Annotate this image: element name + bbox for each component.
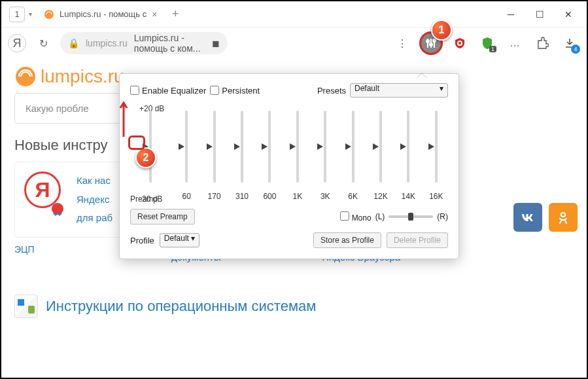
- chevron-down-icon[interactable]: ▾: [29, 10, 32, 18]
- thumb-60[interactable]: [178, 143, 186, 151]
- protect-icon[interactable]: 1: [477, 33, 498, 54]
- heading-os-text: Инструкции по операционным системам: [46, 298, 316, 315]
- freq-600: 600: [263, 192, 276, 201]
- slider-170[interactable]: [213, 111, 216, 183]
- social-buttons: [513, 203, 578, 232]
- mono-label: Mono: [352, 213, 372, 223]
- freq-6k: 6K: [348, 192, 358, 201]
- slider-16k[interactable]: [435, 111, 438, 183]
- balance-thumb[interactable]: [408, 213, 413, 221]
- equalizer-extension-button[interactable]: 1: [419, 31, 443, 55]
- preamp-column: +20 dB 2 -20 dB Preamp: [130, 104, 171, 204]
- medal-icon: [52, 203, 63, 215]
- svg-point-6: [433, 39, 436, 42]
- shield-badge: 1: [489, 46, 496, 52]
- freq-12k: 12K: [373, 192, 387, 201]
- address-bar[interactable]: 🔒 lumpics.ru Lumpics.ru - помощь с ком..…: [60, 32, 228, 54]
- preamp-slider[interactable]: [149, 111, 152, 183]
- callout-2: 2: [135, 147, 156, 168]
- slider-6k[interactable]: [352, 111, 355, 183]
- equalizer-popup: Enable Equalizer Persistent Presets Defa…: [119, 73, 459, 259]
- presets-select[interactable]: Default▾: [350, 83, 448, 98]
- maximize-button[interactable]: ☐: [525, 5, 554, 24]
- link-ecp[interactable]: ЭЦП: [14, 244, 34, 255]
- slider-1k[interactable]: [296, 111, 299, 183]
- enable-equalizer-label: Enable Equalizer: [142, 86, 206, 96]
- eq-sliders: +20 dB 2 -20 dB Preamp 60 170 310 600 1K…: [130, 104, 448, 204]
- svg-point-8: [458, 42, 461, 45]
- minimize-button[interactable]: ─: [496, 5, 525, 24]
- browser-tab[interactable]: Lumpics.ru - помощь с ×: [37, 4, 164, 25]
- url-page-title: Lumpics.ru - помощь с ком...: [134, 33, 205, 54]
- band-16k: 16K: [424, 104, 448, 204]
- slider-600[interactable]: [268, 111, 271, 183]
- band-12k: 12K: [369, 104, 392, 204]
- lock-icon: 🔒: [68, 38, 79, 48]
- menu-vdots-icon[interactable]: ⋮: [392, 33, 413, 54]
- slider-12k[interactable]: [379, 111, 382, 183]
- reload-icon[interactable]: ↻: [33, 33, 54, 54]
- persistent-label: Persistent: [222, 86, 260, 96]
- close-icon[interactable]: ×: [152, 9, 157, 20]
- preamp-highlight: [128, 135, 145, 150]
- band-60: 60: [175, 104, 198, 204]
- thumb-16k[interactable]: [428, 143, 436, 151]
- slider-14k[interactable]: [407, 111, 409, 183]
- article-lines: Как нас Яндекс для раб: [77, 171, 112, 228]
- profile-select[interactable]: Default ▾: [160, 233, 199, 247]
- vk-button[interactable]: [513, 203, 542, 232]
- thumb-170[interactable]: [206, 143, 214, 151]
- slider-60[interactable]: [185, 111, 188, 183]
- balance-R: (R): [437, 212, 448, 221]
- downloads-badge: 4: [571, 45, 580, 54]
- svg-point-10: [561, 213, 565, 217]
- titlebar: 1 ▾ Lumpics.ru - помощь с × + ─ ☐ ✕: [1, 1, 587, 27]
- close-window-button[interactable]: ✕: [554, 5, 583, 24]
- band-6k: 6K: [341, 104, 364, 204]
- slider-310[interactable]: [241, 111, 243, 183]
- presets-value: Default: [355, 84, 379, 93]
- db-bot-label: -20 dB: [139, 194, 162, 204]
- enable-equalizer-checkbox[interactable]: Enable Equalizer: [130, 86, 206, 96]
- mono-checkbox[interactable]: Mono: [340, 211, 371, 223]
- url-domain: lumpics.ru: [86, 38, 128, 48]
- store-profile-button[interactable]: Store as Profile: [313, 232, 381, 248]
- heading-os[interactable]: Инструкции по операционным системам: [14, 295, 574, 318]
- slider-3k[interactable]: [324, 111, 326, 183]
- os-icon: [14, 295, 38, 318]
- thumb-600[interactable]: [261, 143, 269, 151]
- reset-preamp-button[interactable]: Reset Preamp: [130, 209, 195, 225]
- thumb-6k[interactable]: [345, 143, 353, 151]
- freq-60: 60: [182, 192, 191, 201]
- svg-point-4: [426, 40, 429, 43]
- balance-L: (L): [375, 212, 385, 221]
- thumb-1k[interactable]: [289, 143, 297, 151]
- thumb-14k[interactable]: [400, 143, 407, 151]
- new-tab-button[interactable]: +: [166, 5, 184, 24]
- svg-point-5: [430, 43, 432, 46]
- downloads-icon[interactable]: 4: [559, 33, 580, 54]
- article-line1: Как нас: [77, 171, 112, 190]
- freq-310: 310: [235, 192, 249, 201]
- ok-button[interactable]: [549, 203, 578, 232]
- thumb-12k[interactable]: [372, 143, 380, 151]
- bookmark-icon[interactable]: ◼: [212, 38, 220, 48]
- tab-counter[interactable]: 1: [9, 7, 25, 22]
- article-thumb: Я: [24, 171, 66, 213]
- svg-point-0: [44, 10, 54, 19]
- ublock-icon[interactable]: [449, 33, 470, 54]
- address-bar-row: Я ↻ 🔒 lumpics.ru Lumpics.ru - помощь с к…: [1, 27, 587, 59]
- extensions-icon[interactable]: [532, 33, 553, 54]
- article-line2: Яндекс: [77, 190, 112, 209]
- persistent-checkbox[interactable]: Persistent: [210, 86, 260, 96]
- more-hdots-icon[interactable]: …: [504, 33, 525, 54]
- thumb-310[interactable]: [233, 143, 241, 151]
- thumb-3k[interactable]: [317, 143, 324, 151]
- logo-text: lumpics.ru: [41, 66, 124, 87]
- freq-1k: 1K: [292, 192, 302, 201]
- balance-slider[interactable]: [389, 215, 433, 218]
- band-14k: 14K: [396, 104, 420, 204]
- freq-3k: 3K: [320, 192, 330, 201]
- yandex-home-icon[interactable]: Я: [8, 34, 26, 52]
- lumpics-favicon-icon: [44, 9, 54, 20]
